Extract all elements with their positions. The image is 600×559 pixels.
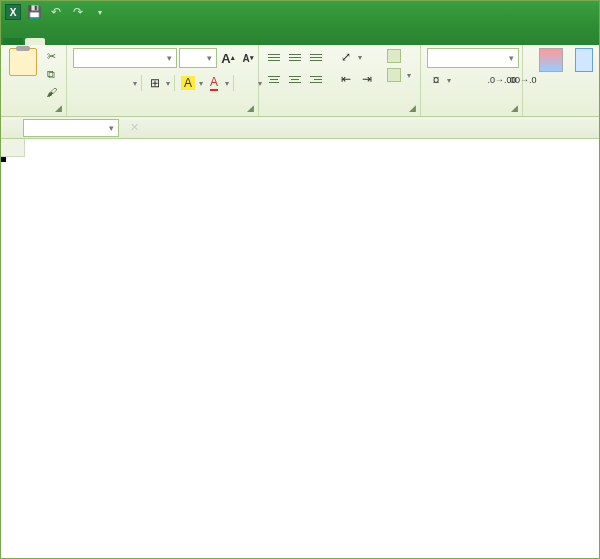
align-right-icon[interactable] [307,72,325,86]
group-font: ▾ ▾ A▴ A▾ ▾ ⊞▾ A▾ A▾ ▾ ◢ [67,45,259,116]
table-icon [575,48,593,72]
group-number: ▾ ¤▾ .0→.00 .00→.0 ◢ [421,45,523,116]
align-middle-icon[interactable] [286,50,304,64]
font-color-icon[interactable]: A [205,74,223,92]
select-all-button[interactable] [1,139,25,157]
column-headers [1,139,599,157]
align-top-icon[interactable] [265,50,283,64]
merge-center-button[interactable]: ▾ [384,67,414,83]
conditional-format-button[interactable] [529,48,573,74]
orientation-icon[interactable]: ⤢ [337,48,355,66]
decrease-indent-icon[interactable]: ⇤ [337,70,355,88]
tab-developer[interactable] [125,38,145,45]
group-styles [523,45,599,116]
currency-icon[interactable]: ¤ [427,71,445,89]
decrease-font-icon[interactable]: A▾ [239,49,257,67]
cancel-formula-icon[interactable]: ✕ [125,120,143,136]
increase-indent-icon[interactable]: ⇥ [358,70,376,88]
formula-bar-row: ▾ ✕ [1,117,599,139]
group-alignment: ⤢▾ ⇤ ⇥ ▾ ◢ [259,45,421,116]
tab-page-layout[interactable] [65,38,85,45]
ribbon: ✂ ⧉ 🖌 ◢ ▾ ▾ A▴ A▾ ▾ ⊞▾ A▾ [1,45,599,117]
tab-file[interactable] [3,38,23,45]
title-bar: X 💾 ↶ ↷ ▾ [1,1,599,23]
wrap-icon [387,49,401,63]
font-name-combo[interactable]: ▾ [73,48,177,68]
percent-icon[interactable] [453,71,471,89]
paste-button[interactable] [7,48,38,78]
ribbon-tabs [1,23,599,45]
format-as-table-button[interactable] [575,48,593,74]
font-size-combo[interactable]: ▾ [179,48,217,68]
group-clipboard: ✂ ⧉ 🖌 ◢ [1,45,67,116]
italic-button[interactable] [93,74,111,92]
fill-color-icon[interactable]: A [179,74,197,92]
paste-icon [9,48,37,76]
tab-insert[interactable] [45,38,65,45]
worksheet-grid[interactable] [1,139,599,157]
quick-access-toolbar: X 💾 ↶ ↷ ▾ [1,3,109,21]
name-box[interactable]: ▾ [23,119,119,137]
undo-icon[interactable]: ↶ [47,3,65,21]
formula-input[interactable] [155,119,599,137]
cell-cursor [1,157,5,161]
underline-button[interactable] [113,74,131,92]
bold-button[interactable] [73,74,91,92]
tab-view[interactable] [165,38,185,45]
copy-icon[interactable]: ⧉ [42,66,60,82]
clipboard-launcher-icon[interactable]: ◢ [52,102,64,114]
tab-developer-2[interactable] [185,38,205,45]
align-center-icon[interactable] [286,72,304,86]
merge-icon [387,68,401,82]
number-format-combo[interactable]: ▾ [427,48,519,68]
align-left-icon[interactable] [265,72,283,86]
alignment-launcher-icon[interactable]: ◢ [406,102,418,114]
tab-formulas[interactable] [85,38,105,45]
align-bottom-icon[interactable] [307,50,325,64]
redo-icon[interactable]: ↷ [69,3,87,21]
border-icon[interactable]: ⊞ [146,74,164,92]
tab-home[interactable] [25,38,45,45]
number-launcher-icon[interactable]: ◢ [508,102,520,114]
tab-data[interactable] [105,38,125,45]
font-launcher-icon[interactable]: ◢ [244,102,256,114]
wrap-text-button[interactable] [384,48,414,64]
qat-dropdown-icon[interactable]: ▾ [91,3,109,21]
increase-font-icon[interactable]: A▴ [219,49,237,67]
format-painter-icon[interactable]: 🖌 [42,84,60,100]
cut-icon[interactable]: ✂ [42,48,60,64]
tab-review[interactable] [145,38,165,45]
phonetic-icon[interactable] [238,74,256,92]
excel-icon[interactable]: X [5,4,21,20]
conditional-format-icon [539,48,563,72]
save-icon[interactable]: 💾 [25,3,43,21]
